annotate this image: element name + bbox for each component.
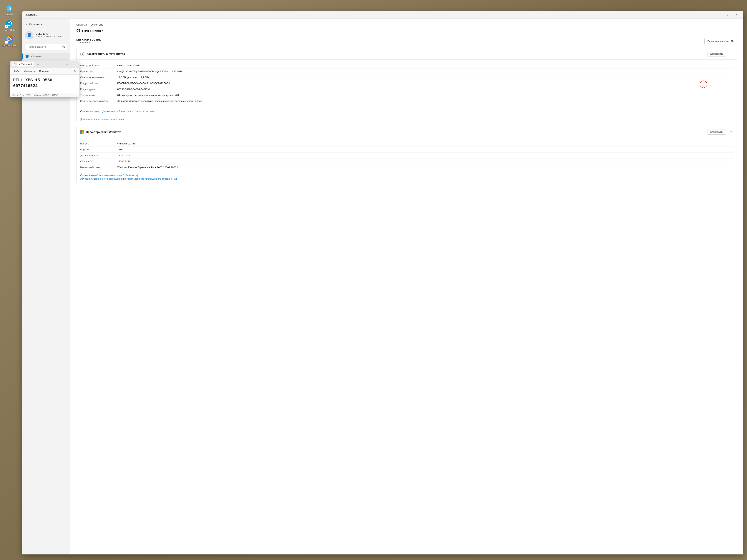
notepad-statusbar: Строка 2, ст 210% Windows (CRLF) UTF-8 [10, 93, 79, 97]
notepad-menu-view[interactable]: Просмотр [37, 69, 52, 73]
notepad-minimize-button[interactable]: — [56, 62, 63, 67]
spec-row-device-code: Код устройства B585D2C8-BD0C-4CA5-AA11-3… [80, 80, 733, 86]
sidebar-item-sistema[interactable]: Система [22, 53, 70, 60]
windows-characteristics-section: Характеристики Windows Копировать ⌃ Выпу… [76, 126, 737, 183]
microsoft-agreement-link[interactable]: Соглашение об использовании служб Майкро… [80, 174, 733, 177]
char-section-title: Характеристики устройства [86, 52, 125, 55]
spec-label-edition: Выпуск [80, 142, 117, 145]
window-controls: — □ ✕ [714, 12, 741, 18]
spec-row-cpu: Процессор Intel(R) Core(TM) i5-6300HQ CP… [80, 69, 733, 75]
win-bottom-links: Соглашение об использовании служб Майкро… [77, 173, 737, 183]
win-copy-button[interactable]: Копировать [707, 129, 726, 135]
notepad-tab[interactable]: Текстовый [17, 62, 34, 66]
sidebar-item-sistema-label: Система [31, 55, 42, 58]
search-box: 🔍 [25, 44, 67, 50]
notepad-maximize-button[interactable]: □ [63, 62, 70, 67]
chrome-shortcut-arrow: ↗ [5, 41, 8, 44]
edge-icon-label: Microsoft Edge [2, 29, 16, 31]
search-input[interactable] [25, 44, 67, 50]
notepad-menu: Файл Изменить Просмотр ⚙ [10, 68, 79, 75]
char-section-header: ℹ Характеристики устройства Копировать ⌃ [77, 48, 737, 60]
recycle-bin-label: Корзина [5, 14, 13, 16]
spec-label-system-type: Тип системы [80, 94, 117, 97]
links-label: Ссылки по теме [80, 110, 100, 113]
license-agreement-link[interactable]: Условия лицензионного соглашения на испо… [80, 178, 733, 180]
win-collapse-button[interactable]: ⌃ [728, 129, 733, 135]
notepad-close-button[interactable]: ✕ [71, 62, 77, 67]
back-button[interactable]: ← Параметры [22, 22, 70, 27]
settings-title: Параметры [24, 14, 37, 16]
maximize-button[interactable]: □ [723, 12, 732, 18]
links-section: Ссылки по теме Домен или рабочая группа … [77, 107, 737, 116]
win-char-section-header: Характеристики Windows Копировать ⌃ [77, 126, 737, 138]
minimize-button[interactable]: — [714, 12, 723, 18]
spec-label-install-date: Дата установки [80, 154, 117, 157]
notepad-add-tab-button[interactable]: + [36, 62, 40, 67]
spec-value-device-code: B585D2C8-BD0C-4CA5-AA11-33FC2822E8C0 [117, 82, 733, 85]
user-name: DELL XPS [35, 32, 63, 35]
char-spec-table: Имя устройства DESKTOP-BGGTIHL Процессор… [77, 60, 737, 107]
main-content: Система › О системе О системе DESKTOP-BG… [70, 19, 743, 555]
svg-rect-12 [26, 57, 28, 58]
spec-label-ram: Оперативная память [80, 76, 117, 79]
extra-params-link[interactable]: Дополнительные параметры системы [80, 118, 124, 121]
close-button[interactable]: ✕ [732, 12, 741, 18]
notepad-doc-icon: 📄 [12, 63, 16, 66]
spec-row-ram: Оперативная память 12,0 ГБ (доступно: 11… [80, 75, 733, 80]
back-arrow-icon: ← [25, 23, 28, 26]
notepad-settings-button[interactable]: ⚙ [72, 69, 77, 74]
char-section-actions: Копировать ⌃ [707, 51, 733, 56]
notepad-line-endings: Windows (CRLF) [34, 94, 49, 96]
sistema-icon [25, 55, 29, 58]
char-copy-button[interactable]: Копировать [707, 51, 726, 56]
domain-link[interactable]: Домен или рабочая группа [102, 110, 134, 113]
spec-row-pen-touch: Перо и сенсорный ввод Для этого монитора… [80, 98, 733, 104]
chrome-icon-label: Google Chrome [2, 45, 17, 47]
notepad-charset: UTF-8 [52, 94, 58, 96]
notepad-window: 📄 Текстовый + — □ ✕ Файл Изменить Просмо… [10, 61, 79, 97]
device-header: DESKTOP-BGGTIHL XPS 15 9550 Переименоват… [76, 38, 737, 44]
char-header-left: ℹ Характеристики устройства [80, 52, 125, 56]
breadcrumb: Система › О системе [76, 23, 737, 26]
spec-row-interaction: Взаимодействие Windows Feature Experienc… [80, 164, 733, 170]
user-section: 👤 DELL XPS Локальная учетная запись [22, 30, 70, 41]
settings-titlebar: Параметры — □ ✕ [22, 11, 743, 19]
spec-value-edition: Windows 11 Pro [117, 142, 733, 145]
spec-value-system-type: 64-разрядная операционная система, проце… [117, 94, 733, 97]
spec-value-cpu: Intel(R) Core(TM) i5-6300HQ CPU @ 2.30GH… [117, 70, 733, 73]
notepad-line1: DELL XPS 15 9550 [13, 78, 76, 83]
breadcrumb-parent: Система [76, 23, 87, 26]
user-type: Локальная учетная запись [35, 35, 63, 38]
spec-value-install-date: 17.05.2023 [117, 154, 733, 157]
notepad-menu-file[interactable]: Файл [12, 69, 21, 73]
notepad-menu-edit[interactable]: Изменить [22, 69, 37, 73]
google-chrome-icon[interactable]: ↗ Google Chrome [2, 35, 17, 47]
microsoft-edge-icon[interactable]: ↗ Microsoft Edge [2, 19, 17, 31]
char-collapse-button[interactable]: ⌃ [728, 51, 733, 56]
user-avatar: 👤 [25, 31, 33, 39]
spec-label-build: Сборка ОС [80, 160, 117, 163]
spec-value-build: 22000.2176 [117, 160, 733, 163]
protection-link[interactable]: Защита системы [135, 110, 155, 113]
spec-value-device-name: DESKTOP-BGGTIHL [117, 64, 733, 67]
spec-value-version: 21H2 [117, 148, 733, 151]
info-icon: ℹ [80, 52, 84, 56]
notepad-unsaved-dot [19, 64, 20, 65]
rename-pc-button[interactable]: Переименовать этот ПК [704, 38, 738, 44]
page-title: О системе [76, 28, 737, 34]
edge-shortcut-arrow: ↗ [5, 25, 8, 28]
notepad-tab-label: Текстовый [21, 63, 32, 66]
notepad-content[interactable]: DELL XPS 15 9550 0977416524 [10, 75, 79, 93]
extra-link-section: Дополнительные параметры системы [77, 116, 737, 122]
recycle-bin-icon[interactable]: Корзина [2, 4, 17, 16]
breadcrumb-child: О системе [91, 23, 103, 26]
svg-point-10 [8, 38, 10, 41]
spec-row-version: Версия 21H2 [80, 147, 733, 153]
spec-label-product-code: Код продукта [80, 88, 117, 90]
settings-sidebar: ← Параметры 👤 DELL XPS Локальная учетная… [22, 19, 70, 555]
notepad-title-left: 📄 Текстовый + [12, 62, 40, 67]
spec-row-install-date: Дата установки 17.05.2023 [80, 153, 733, 159]
device-hostname: DESKTOP-BGGTIHL [76, 38, 101, 41]
windows-logo-icon [80, 130, 84, 134]
back-label: Параметры [29, 23, 43, 26]
